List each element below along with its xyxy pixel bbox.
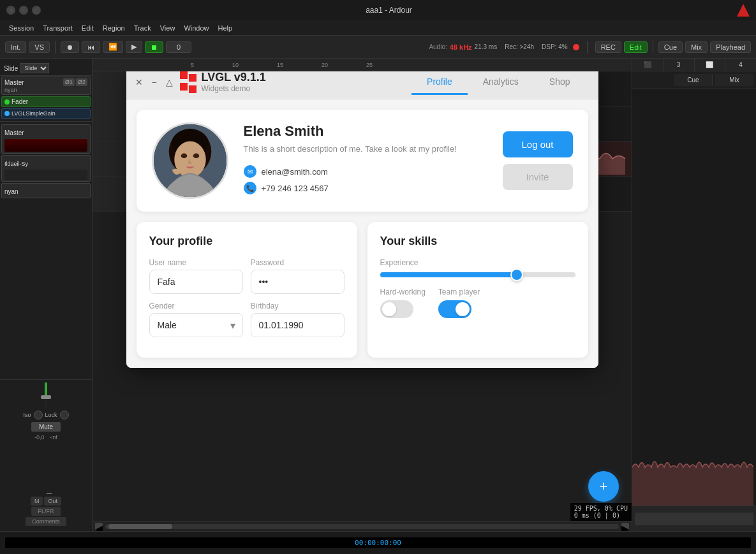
scroll-left-btn[interactable]: ◀ [95,523,103,530]
username-input[interactable] [149,270,243,294]
rec-button[interactable]: REC [595,41,621,53]
master-track-item[interactable]: Master Ø1 Ø2 nyan [1,77,91,95]
tab-analytics[interactable]: Analytics [468,71,534,95]
right-waveform-area [632,89,756,506]
password-group: Password [251,258,345,302]
dialog-app-subtitle: Widgets demo [202,84,266,93]
fl-fr-button[interactable]: FL/FR [31,507,60,516]
playhead-button[interactable]: Playhead [710,41,751,53]
master2-track-item[interactable]: Master [1,124,91,154]
right-btn-2[interactable]: 3 [663,59,695,71]
slide-select[interactable]: Slide [20,63,49,73]
minimize-button[interactable]: − [19,6,28,15]
lvgl-logo [180,71,196,93]
scroll-right-btn[interactable]: ▶ [621,523,629,530]
logout-button[interactable]: Log out [503,131,573,157]
menu-transport[interactable]: Transport [39,23,77,33]
password-input[interactable] [251,270,345,294]
level-meter-bar [4,139,87,152]
email-row: ✉ elena@smith.com [244,165,487,178]
counter-display: 0 [166,41,191,53]
your-skills-card: Your skills Experience [367,222,588,358]
dialog-content: Elena Smith This is a short description … [126,99,598,368]
horizontal-scrollbar[interactable]: ◀ ▶ [93,521,632,531]
nyan2-track-item[interactable]: nyan [1,183,91,198]
window-controls[interactable]: ✕ − △ [6,6,41,15]
menu-session[interactable]: Session [5,23,38,33]
int-button[interactable]: Int. [5,41,26,53]
mix-right-btn[interactable]: Mix [715,74,753,86]
maximize-button[interactable]: △ [32,6,41,15]
toggles-row: Hard-working Team player [380,288,575,318]
profile-description: This is a short description of me. Take … [244,143,487,155]
experience-slider-track[interactable] [380,272,575,277]
email-text: elena@smith.com [262,167,328,177]
right-btn-1[interactable]: ⬛ [632,59,663,71]
lvgl-track-item[interactable]: LVGLSimpleGain [1,108,91,119]
fader-handle[interactable] [41,395,51,399]
master-fader[interactable] [45,383,47,408]
cue-right-btn[interactable]: Cue [674,74,713,86]
right-btn-4[interactable]: 4 [725,59,756,71]
menu-region[interactable]: Region [99,23,129,33]
right-controls-row: Cue Mix [632,71,756,89]
iso-btn[interactable] [34,411,43,419]
mix-button[interactable]: Mix [685,41,708,53]
close-button[interactable]: ✕ [6,6,15,15]
ildaeil-meter [4,170,87,180]
birthday-input[interactable] [251,313,345,337]
teamplayer-toggle[interactable] [438,300,471,318]
timeline-10: 10 [232,62,239,68]
transport-back[interactable]: ⏪ [103,41,123,53]
dialog-titlebar: ✕ − △ [126,71,598,99]
transport-play[interactable]: ▶ [126,41,142,53]
menu-window[interactable]: Window [180,23,212,33]
m-button[interactable]: M [31,497,43,506]
tab-profile[interactable]: Profile [411,71,468,95]
lvgl-track-name: LVGLSimpleGain [11,110,56,117]
email-icon: ✉ [244,165,256,178]
your-skills-title: Your skills [380,235,575,248]
menu-help[interactable]: Help [214,23,237,33]
vs-button[interactable]: VS [29,41,50,53]
out-button[interactable]: Out [44,497,61,506]
menu-view[interactable]: View [156,23,179,33]
dialog-minimize-button[interactable]: − [149,77,159,87]
cue-button[interactable]: Cue [658,41,683,53]
fader-indicator [4,99,10,105]
profile-info: Elena Smith This is a short description … [244,123,487,198]
right-fader[interactable] [635,513,753,525]
level-meters [40,443,52,494]
birthday-label: Birthday [251,302,345,310]
right-btn-3[interactable]: ⬜ [695,59,726,71]
logo-block-2 [189,74,196,82]
gender-select[interactable]: Male Female [149,313,243,337]
menu-track[interactable]: Track [130,23,155,33]
your-profile-card: Your profile User name Password [137,222,357,358]
scroll-thumb[interactable] [108,524,172,529]
ildaeil-track-item[interactable]: Ildaeil-Sy [1,155,91,182]
dsp-indicator [573,44,579,50]
invite-button[interactable]: Invite [503,164,573,190]
comments-button[interactable]: Comments [26,517,66,526]
transport-stop[interactable]: ⏹ [145,41,163,53]
dialog-close-button[interactable]: ✕ [134,77,144,87]
fader-track-item[interactable]: Fader [1,96,91,107]
phone-icon: 📞 [244,182,256,194]
bottom-transport-bar: 00:00:00:00 [0,531,756,554]
experience-slider-thumb[interactable] [510,268,523,281]
edit-button[interactable]: Edit [624,41,648,53]
mute-button[interactable]: Mute [31,422,61,432]
scroll-track[interactable] [105,524,619,529]
timeline-25: 25 [366,62,373,68]
hardworking-toggle[interactable] [380,300,413,318]
gender-select-wrapper: Male Female ▾ [149,313,243,337]
right-panel-top: ⬛ 3 ⬜ 4 [632,59,756,71]
menu-edit[interactable]: Edit [78,23,98,33]
transport-rewind[interactable]: ⏮ [82,41,100,53]
dialog-maximize-button[interactable]: △ [165,77,175,87]
birthday-group: Birthday [251,302,345,345]
tab-shop[interactable]: Shop [534,71,586,95]
lock-btn[interactable] [60,411,69,419]
transport-record[interactable]: ⏺ [61,41,79,53]
